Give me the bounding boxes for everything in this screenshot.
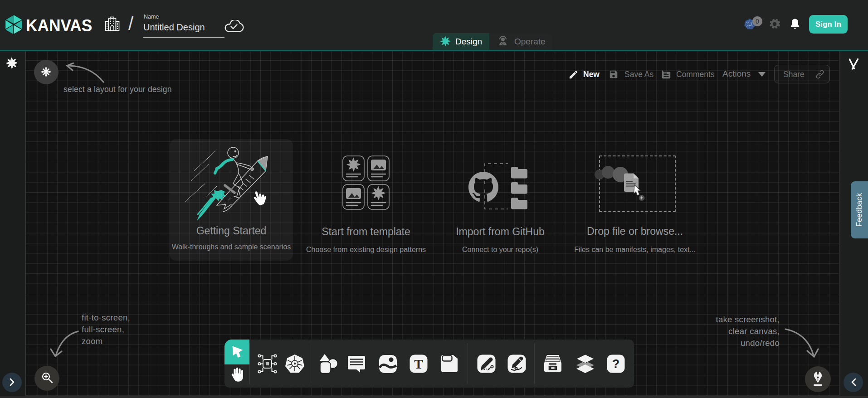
svg-text:T: T xyxy=(414,357,423,371)
svg-text:?: ? xyxy=(612,357,620,371)
